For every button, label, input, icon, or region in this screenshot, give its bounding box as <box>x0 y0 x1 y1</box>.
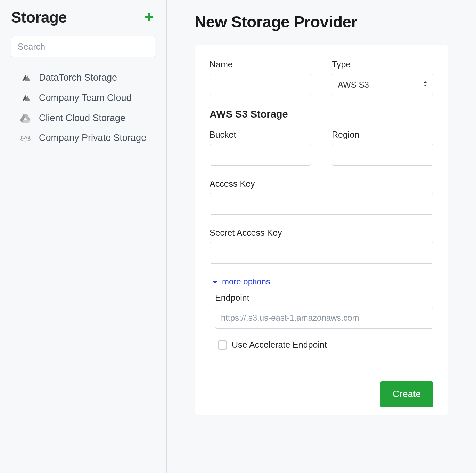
page-title: New Storage Provider <box>195 13 448 31</box>
form-card: Name Type AWS S3 <box>195 45 448 415</box>
storage-item-label: DataTorch Storage <box>39 71 117 85</box>
access-key-input[interactable] <box>210 193 433 215</box>
secret-access-key-label: Secret Access Key <box>210 228 433 238</box>
sidebar: Storage DataTorch Storage <box>0 0 167 473</box>
azure-icon <box>19 92 31 104</box>
plus-icon <box>144 12 154 23</box>
access-key-label: Access Key <box>210 179 433 189</box>
type-group: Type AWS S3 <box>332 59 433 95</box>
storage-item[interactable]: Client Cloud Storage <box>19 108 155 128</box>
region-input[interactable] <box>332 144 433 166</box>
endpoint-label: Endpoint <box>215 293 433 303</box>
bucket-group: Bucket <box>210 130 311 166</box>
name-input[interactable] <box>210 74 311 95</box>
section-heading: AWS S3 Storage <box>210 109 433 120</box>
bucket-input[interactable] <box>210 144 311 166</box>
more-options-label: more options <box>222 277 270 287</box>
aws-icon: aws <box>19 132 31 144</box>
sidebar-header: Storage <box>11 9 155 26</box>
name-group: Name <box>210 59 311 95</box>
more-options-section: Endpoint Use Accelerate Endpoint <box>210 293 433 350</box>
use-accelerate-checkbox[interactable] <box>218 340 227 350</box>
storage-item[interactable]: Company Team Cloud <box>19 88 155 108</box>
form-footer: Create <box>210 381 433 407</box>
storage-item-label: Company Team Cloud <box>39 91 132 105</box>
sidebar-title: Storage <box>11 9 67 26</box>
caret-down-icon <box>212 277 218 287</box>
storage-item[interactable]: DataTorch Storage <box>19 68 155 88</box>
type-label: Type <box>332 59 433 70</box>
endpoint-group: Endpoint <box>215 293 433 329</box>
storage-item-label: Client Cloud Storage <box>39 112 125 125</box>
use-accelerate-row: Use Accelerate Endpoint <box>215 340 433 350</box>
bucket-label: Bucket <box>210 130 311 140</box>
name-label: Name <box>210 59 311 70</box>
add-storage-button[interactable] <box>143 11 155 24</box>
access-key-group: Access Key <box>210 179 433 215</box>
endpoint-input[interactable] <box>215 307 433 329</box>
gdrive-icon <box>19 112 31 124</box>
azure-icon <box>19 72 31 84</box>
region-label: Region <box>332 130 433 140</box>
secret-access-key-input[interactable] <box>210 242 433 264</box>
storage-list: DataTorch Storage Company Team Cloud <box>11 68 155 148</box>
region-group: Region <box>332 130 433 166</box>
more-options-toggle[interactable]: more options <box>212 277 270 287</box>
search-input[interactable] <box>11 36 155 57</box>
main: New Storage Provider Name Type AWS S3 <box>167 0 476 473</box>
secret-access-key-group: Secret Access Key <box>210 228 433 264</box>
use-accelerate-label: Use Accelerate Endpoint <box>232 340 327 350</box>
storage-item[interactable]: aws Company Private Storage <box>19 128 155 148</box>
storage-item-label: Company Private Storage <box>39 131 146 145</box>
type-select[interactable]: AWS S3 <box>332 74 433 95</box>
create-button[interactable]: Create <box>380 381 433 407</box>
